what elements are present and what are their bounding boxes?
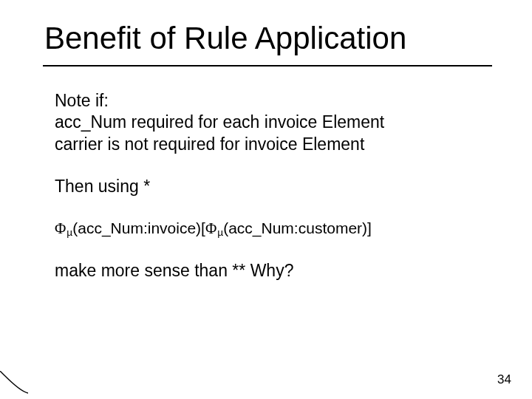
formula-part-2: (acc_Num:customer)] <box>223 219 372 236</box>
conclusion-line: make more sense than ** Why? <box>55 260 498 282</box>
phi-symbol-2: Φ <box>205 219 216 237</box>
mu-subscript-2: µ <box>217 227 223 238</box>
slide: Benefit of Rule Application Note if: acc… <box>0 0 532 399</box>
corner-notch-icon <box>0 371 28 399</box>
slide-body: Note if: acc_Num required for each invoi… <box>55 90 498 282</box>
formula-line: Φµ(acc_Num:invoice)[Φµ(acc_Num:customer)… <box>55 219 498 239</box>
note-block: Note if: acc_Num required for each invoi… <box>55 90 498 155</box>
note-line-2: carrier is not required for invoice Elem… <box>55 134 498 155</box>
slide-title: Benefit of Rule Application <box>44 21 406 56</box>
phi-symbol-1: Φ <box>55 219 66 237</box>
note-label: Note if: <box>55 90 498 112</box>
page-number: 34 <box>497 372 511 387</box>
then-line: Then using * <box>55 176 498 197</box>
title-underline <box>43 65 492 66</box>
formula-part-1: (acc_Num:invoice)[ <box>72 219 205 236</box>
note-line-1: acc_Num required for each invoice Elemen… <box>55 112 498 133</box>
